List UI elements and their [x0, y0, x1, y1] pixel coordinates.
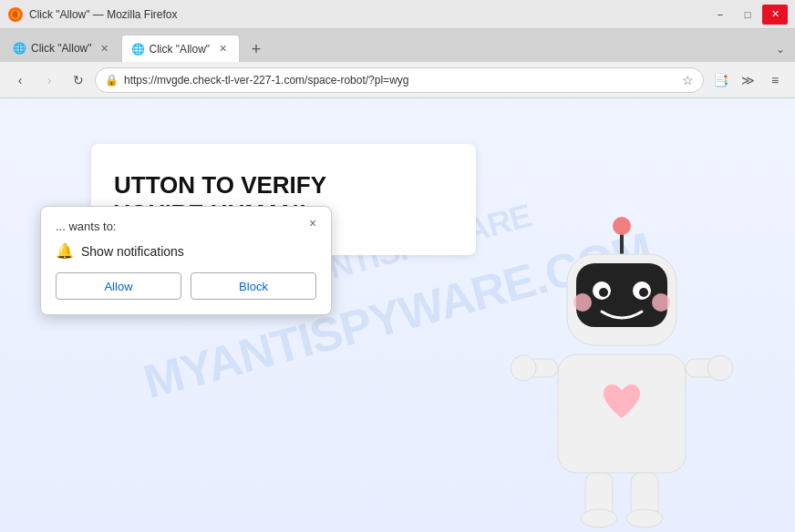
robot-illustration: [503, 204, 740, 532]
extensions-button[interactable]: ≫: [735, 67, 760, 93]
tab-close-0[interactable]: ✕: [98, 41, 112, 56]
notification-popup: × ... wants to: 🔔 Show notifications All…: [40, 206, 332, 315]
navbar: ‹ › ↻ 🔒 https://mvgde.check-tl-ver-227-1…: [0, 62, 795, 98]
bookmark-star-icon[interactable]: ☆: [682, 73, 694, 87]
popup-close-button[interactable]: ×: [304, 214, 322, 232]
bookmark-icon[interactable]: 📑: [707, 67, 733, 93]
popup-site-text: ... wants to:: [56, 220, 316, 233]
tabbar: 🌐 Click "Allow" ✕ 🌐 Click "Allow" ✕ + ⌄: [0, 29, 795, 62]
navbar-actions: 📑 ≫ ≡: [707, 67, 788, 93]
tab-label-0: Click "Allow": [31, 42, 92, 55]
verify-line1: UTTON TO VERIFY: [114, 171, 326, 199]
tab-scroll-button[interactable]: ⌄: [769, 36, 791, 62]
lock-icon: 🔒: [105, 74, 119, 87]
url-text: https://mvgde.check-tl-ver-227-1.com/spa…: [124, 74, 676, 87]
titlebar-title: Click "Allow" — Mozilla Firefox: [29, 8, 178, 21]
tab-1[interactable]: 🌐 Click "Allow" ✕: [121, 35, 241, 62]
titlebar-controls: − □ ✕: [707, 5, 788, 25]
maximize-button[interactable]: □: [735, 5, 760, 25]
forward-button[interactable]: ›: [36, 67, 62, 93]
url-bar[interactable]: 🔒 https://mvgde.check-tl-ver-227-1.com/s…: [95, 67, 704, 93]
bell-icon: 🔔: [56, 242, 74, 260]
menu-button[interactable]: ≡: [762, 67, 788, 93]
popup-notification-row: 🔔 Show notifications: [56, 242, 316, 260]
back-button[interactable]: ‹: [7, 67, 33, 93]
close-button[interactable]: ✕: [762, 5, 788, 25]
tab-0[interactable]: 🌐 Click "Allow" ✕: [4, 35, 121, 62]
new-tab-button[interactable]: +: [243, 36, 269, 62]
allow-button[interactable]: Allow: [56, 272, 181, 300]
popup-buttons: Allow Block: [56, 272, 316, 300]
svg-point-22: [626, 509, 663, 527]
svg-point-3: [613, 217, 631, 235]
svg-point-17: [511, 355, 536, 381]
refresh-button[interactable]: ↻: [66, 67, 91, 93]
tab-label-1: Click "Allow": [150, 43, 211, 56]
titlebar: Click "Allow" — Mozilla Firefox − □ ✕: [0, 0, 795, 29]
minimize-button[interactable]: −: [707, 5, 733, 25]
titlebar-left: Click "Allow" — Mozilla Firefox: [7, 6, 178, 23]
tab-favicon-0: 🌐: [13, 42, 26, 55]
tab-favicon-1: 🌐: [131, 43, 144, 56]
svg-point-13: [652, 293, 670, 312]
firefox-icon: [7, 6, 24, 23]
svg-point-10: [599, 288, 608, 297]
block-button[interactable]: Block: [191, 272, 316, 300]
popup-notification-text: Show notifications: [81, 244, 184, 259]
svg-point-21: [581, 509, 617, 527]
tab-close-1[interactable]: ✕: [215, 42, 230, 56]
svg-point-12: [573, 293, 592, 312]
svg-point-11: [639, 288, 648, 297]
page-content: MYANTISPYWARE MYANTISPYWARE.COM UTTON TO…: [0, 98, 795, 532]
svg-point-18: [707, 355, 733, 381]
robot-container: [503, 204, 740, 532]
